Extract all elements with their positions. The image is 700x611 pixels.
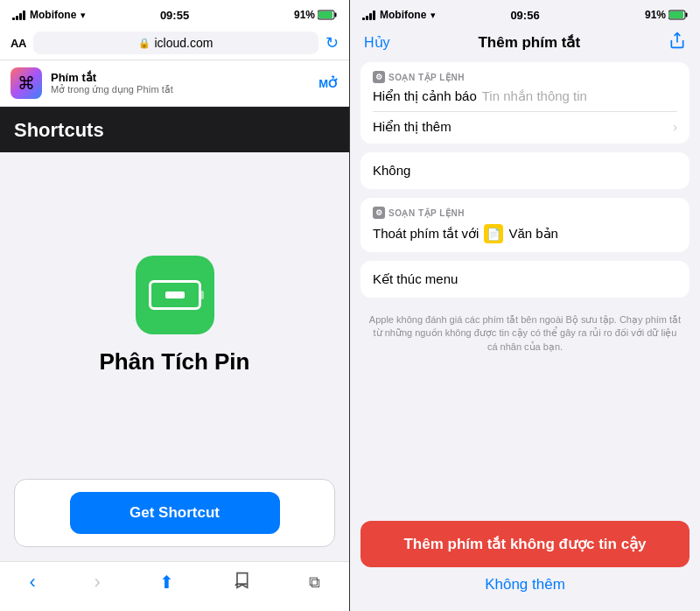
- battery-icon-right: [668, 10, 688, 20]
- app-banner: ⌘ Phím tắt Mở trong ứng dụng Phím tắt MỞ: [0, 60, 349, 107]
- page-header: Shortcuts: [0, 107, 349, 152]
- left-status-bar: Mobifone ▾ 09:55 91%: [0, 0, 349, 26]
- app-banner-info: Phím tắt Mở trong ứng dụng Phím tắt: [51, 71, 310, 95]
- divider-1: [373, 111, 677, 112]
- app-banner-subtitle: Mở trong ứng dụng Phím tắt: [51, 84, 310, 95]
- tabs-button[interactable]: ⧉: [309, 573, 320, 592]
- right-phone: Mobifone ▾ 09:56 91% Hủy Thêm phím tắt: [350, 0, 700, 611]
- svg-rect-2: [318, 11, 332, 18]
- reload-button[interactable]: ↻: [326, 33, 339, 53]
- right-header: Hủy Thêm phím tắt: [350, 26, 700, 62]
- open-app-button[interactable]: MỞ: [318, 77, 339, 90]
- back-button[interactable]: ‹: [29, 571, 35, 593]
- right-scroll-content: ⚙ SOẠN TẬP LỆNH Hiển thị cảnh báo Tin nh…: [350, 62, 700, 514]
- battery-pct-left: 91%: [294, 9, 315, 21]
- page-title: Shortcuts: [14, 119, 104, 141]
- chevron-right-icon: ›: [673, 120, 677, 134]
- shortcut-content: Phân Tích Pin: [0, 152, 349, 479]
- exit-row: Thoát phím tắt với 📄 Văn bản: [373, 224, 677, 243]
- app-name: Phím tắt: [51, 71, 310, 84]
- warning-row: Hiển thị cảnh báo Tin nhắn thông tin: [373, 88, 677, 104]
- text-icon: 📄: [484, 224, 503, 243]
- forward-button[interactable]: ›: [94, 571, 101, 593]
- wifi-left: ▾: [80, 10, 86, 21]
- time-right: 09:56: [510, 9, 539, 22]
- carrier-right: Mobifone: [380, 9, 426, 21]
- van-ban-text: Văn bản: [508, 226, 558, 242]
- shortcut-title: Phân Tích Pin: [100, 348, 250, 376]
- battery-shortcut-icon: [149, 280, 201, 310]
- get-shortcut-button[interactable]: Get Shortcut: [70, 492, 280, 534]
- end-menu-text: Kết thúc menu: [373, 271, 458, 286]
- no-add-button[interactable]: Không thêm: [360, 576, 690, 593]
- svg-rect-5: [669, 11, 683, 18]
- battery-nub: [200, 291, 204, 299]
- url-text: icloud.com: [154, 36, 213, 50]
- script-block-2: ⚙ SOẠN TẬP LỆNH Thoát phím tắt với 📄 Văn…: [360, 198, 690, 252]
- bottom-action-buttons: Thêm phím tắt không được tin cậy Không t…: [350, 514, 700, 611]
- exit-text: Thoát phím tắt với: [373, 226, 479, 242]
- message-placeholder[interactable]: Tin nhắn thông tin: [482, 88, 587, 104]
- carrier-left: Mobifone: [30, 9, 76, 21]
- time-left: 09:55: [160, 9, 189, 22]
- end-menu-block: Kết thúc menu: [360, 261, 690, 298]
- show-more-text[interactable]: Hiển thị thêm: [373, 119, 452, 135]
- script-icon-1: ⚙: [373, 71, 385, 83]
- share-button[interactable]: ⬆: [159, 572, 174, 593]
- signal-bars: [12, 10, 25, 20]
- warning-text: Apple không đánh giá các phím tắt bên ng…: [350, 306, 700, 361]
- get-shortcut-wrapper: Get Shortcut: [0, 479, 349, 561]
- wifi-right: ▾: [430, 10, 436, 21]
- separator-text: Không: [373, 163, 410, 178]
- url-bar[interactable]: 🔒 icloud.com: [33, 32, 318, 54]
- script-label-2: ⚙ SOẠN TẬP LỆNH: [373, 207, 677, 219]
- battery-pct-right: 91%: [645, 9, 666, 21]
- right-status-bar: Mobifone ▾ 09:56 91%: [350, 0, 700, 26]
- svg-rect-4: [686, 13, 688, 18]
- left-phone: Mobifone ▾ 09:55 91% AA 🔒 icloud.com ↻ ⌘…: [0, 0, 350, 611]
- script-block-1: ⚙ SOẠN TẬP LỆNH Hiển thị cảnh báo Tin nh…: [360, 62, 690, 144]
- right-share-button[interactable]: [668, 32, 686, 53]
- svg-rect-1: [335, 13, 337, 18]
- lock-icon: 🔒: [138, 38, 150, 49]
- cancel-button[interactable]: Hủy: [364, 34, 390, 51]
- shortcut-icon: [136, 256, 214, 334]
- address-bar[interactable]: AA 🔒 icloud.com ↻: [0, 26, 349, 60]
- show-warning-text: Hiển thị cảnh báo: [373, 88, 477, 104]
- separator-block: Không: [360, 152, 690, 189]
- signal-bars-right: [362, 10, 375, 20]
- shortcuts-app-icon: ⌘: [10, 67, 42, 99]
- get-shortcut-box: Get Shortcut: [14, 479, 335, 547]
- aa-button[interactable]: AA: [10, 37, 26, 50]
- battery-icon-left: [318, 10, 337, 20]
- add-untrusted-button[interactable]: Thêm phím tắt không được tin cậy: [360, 521, 690, 567]
- dialog-title: Thêm phím tắt: [478, 33, 580, 52]
- bottom-toolbar: ‹ › ⬆ ⧉: [0, 561, 349, 611]
- show-more-row[interactable]: Hiển thị thêm ›: [373, 119, 677, 135]
- script-icon-2: ⚙: [373, 207, 385, 219]
- script-label-1: ⚙ SOẠN TẬP LỆNH: [373, 71, 677, 83]
- bookmarks-button[interactable]: [233, 572, 250, 593]
